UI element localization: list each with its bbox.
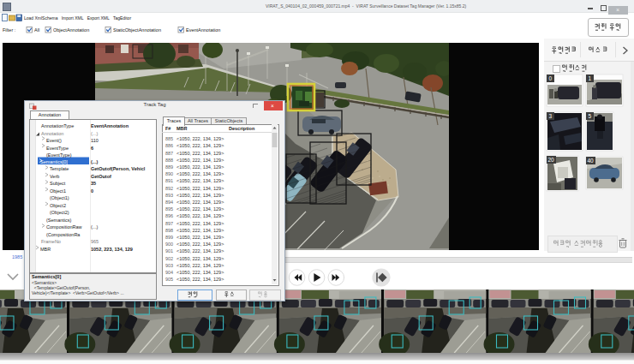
svg-text:<1050, 222, 134, 129>: <1050, 222, 134, 129> (176, 242, 224, 247)
svg-text:0: 0 (549, 75, 553, 81)
svg-text:40: 40 (588, 158, 595, 164)
svg-text:887: 887 (165, 151, 173, 156)
svg-text:<1050, 222, 134, 129>: <1050, 222, 134, 129> (176, 151, 224, 156)
svg-text:<1050, 222, 134, 129>: <1050, 222, 134, 129> (176, 171, 224, 176)
svg-text:899: 899 (165, 235, 173, 240)
svg-text:903: 903 (165, 263, 173, 268)
svg-text:893: 893 (165, 193, 173, 198)
svg-text:(EventType): (EventType) (46, 152, 72, 158)
svg-text:GetOutof(Person, Vehicl: GetOutof(Person, Vehicl (91, 166, 146, 171)
svg-text:(CompositionRa: (CompositionRa (46, 232, 81, 237)
svg-text:0: 0 (91, 188, 93, 194)
svg-text:902: 902 (165, 256, 173, 261)
svg-text:Event(): Event() (46, 138, 62, 143)
svg-text:20: 20 (548, 157, 555, 163)
svg-text:Description: Description (229, 126, 255, 131)
svg-text:<1050, 222, 134, 129>: <1050, 222, 134, 129> (176, 193, 224, 198)
svg-text:892: 892 (165, 186, 173, 191)
svg-text:EventAnnotation: EventAnnotation (91, 123, 129, 128)
svg-text:886: 886 (165, 143, 173, 148)
svg-text:EventType: EventType (46, 146, 69, 151)
svg-text:(...): (...) (91, 159, 98, 164)
svg-text:(...): (...) (91, 224, 98, 230)
svg-text:FrameNo: FrameNo (41, 239, 61, 244)
svg-text:<1050, 222, 134, 129>: <1050, 222, 134, 129> (176, 206, 224, 212)
svg-text:<1050, 222, 134, 129>: <1050, 222, 134, 129> (176, 221, 224, 226)
svg-text:888: 888 (165, 158, 173, 163)
svg-text:3: 3 (549, 113, 553, 119)
svg-text:MBR: MBR (176, 126, 188, 131)
svg-text:<1050, 222, 134, 129>: <1050, 222, 134, 129> (176, 213, 224, 218)
svg-text:Annotation: Annotation (41, 131, 63, 136)
svg-text:<1050, 222, 134, 129>: <1050, 222, 134, 129> (176, 158, 224, 163)
svg-text:<1050, 222, 134, 129>: <1050, 222, 134, 129> (176, 270, 224, 275)
svg-text:<1050, 222, 134, 129>: <1050, 222, 134, 129> (176, 263, 224, 268)
svg-text:(Object1): (Object1) (50, 195, 69, 200)
svg-text:905: 905 (165, 277, 173, 282)
svg-text:CompositionRaw: CompositionRaw (46, 224, 82, 230)
svg-text:<1050, 222, 134, 129>: <1050, 222, 134, 129> (176, 256, 224, 261)
svg-text:6: 6 (91, 146, 93, 151)
svg-text:Object1: Object1 (50, 188, 66, 194)
svg-text:<1050, 222, 134, 129>: <1050, 222, 134, 129> (176, 200, 224, 205)
svg-text:<1050, 222, 134, 129>: <1050, 222, 134, 129> (176, 143, 224, 148)
svg-text:<1050, 222, 134, 129>: <1050, 222, 134, 129> (176, 136, 224, 141)
svg-text:AnnotationType: AnnotationType (41, 123, 74, 128)
svg-text:MBR: MBR (40, 247, 51, 252)
svg-text:896: 896 (165, 213, 173, 218)
svg-text:Semantics[0]: Semantics[0] (40, 159, 68, 164)
svg-text:110: 110 (91, 138, 99, 143)
svg-text:Verb: Verb (50, 174, 59, 179)
svg-text:<1050, 222, 134, 129>: <1050, 222, 134, 129> (176, 228, 224, 233)
svg-text:<1050, 222, 134, 129>: <1050, 222, 134, 129> (176, 277, 224, 282)
svg-text:(Semantics): (Semantics) (46, 218, 72, 223)
svg-text:894: 894 (165, 200, 173, 205)
svg-text:(Object2): (Object2) (50, 210, 69, 215)
svg-text:904: 904 (165, 270, 173, 275)
svg-text:(...): (...) (91, 131, 98, 136)
svg-text:885: 885 (165, 136, 173, 141)
svg-text:890: 890 (165, 171, 173, 176)
svg-text:891: 891 (165, 178, 173, 183)
svg-text:965: 965 (91, 239, 99, 244)
svg-text:<1050, 222, 134, 129>: <1050, 222, 134, 129> (176, 248, 224, 254)
svg-text:<1050, 222, 134, 129>: <1050, 222, 134, 129> (176, 164, 224, 170)
svg-text:<1050, 222, 134, 129>: <1050, 222, 134, 129> (176, 178, 224, 183)
svg-text:901: 901 (165, 248, 173, 254)
svg-text:900: 900 (165, 242, 173, 247)
svg-text:GetOutof: GetOutof (91, 174, 111, 179)
svg-text:<1050, 222, 134, 129>: <1050, 222, 134, 129> (176, 186, 224, 191)
svg-text:5: 5 (589, 113, 592, 119)
svg-text:1: 1 (589, 75, 592, 81)
svg-text:35: 35 (91, 181, 96, 186)
svg-text:Subject: Subject (50, 181, 66, 186)
svg-text:1052, 223, 134, 129: 1052, 223, 134, 129 (91, 247, 133, 252)
svg-text:897: 897 (165, 221, 173, 226)
svg-text:Object2: Object2 (50, 203, 66, 208)
svg-text:889: 889 (165, 164, 173, 170)
svg-text:<1050, 222, 134, 129>: <1050, 222, 134, 129> (176, 235, 224, 240)
svg-text:Template: Template (50, 166, 69, 171)
svg-text:898: 898 (165, 228, 173, 233)
svg-text:F#: F# (165, 126, 170, 131)
svg-text:895: 895 (165, 206, 173, 212)
